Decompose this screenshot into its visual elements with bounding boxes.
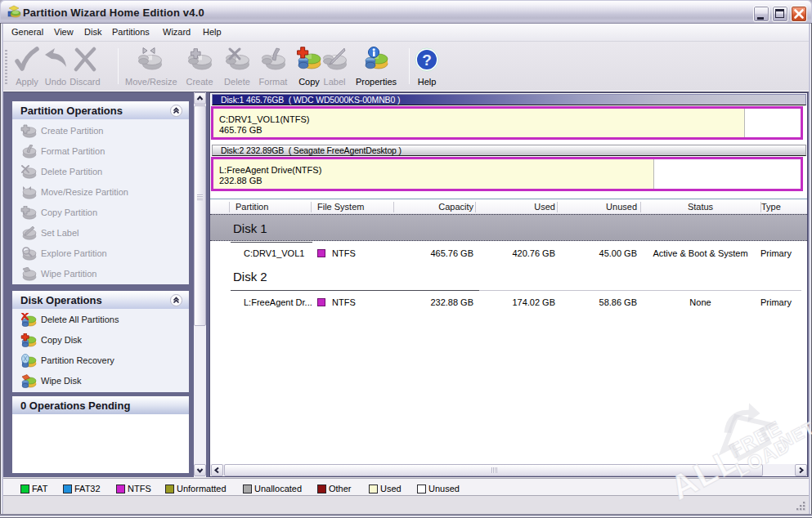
svg-text:?: ? (422, 51, 432, 69)
